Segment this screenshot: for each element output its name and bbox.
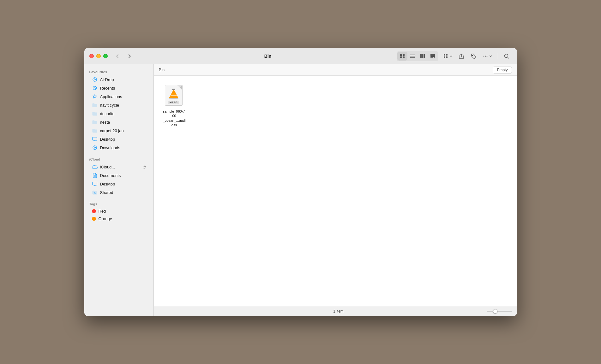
svg-rect-13: [434, 57, 435, 58]
svg-rect-33: [93, 182, 97, 185]
file-item-sample[interactable]: MPEG sample_960x400_ocean_...audio.ts: [160, 82, 189, 130]
search-button[interactable]: [501, 51, 512, 61]
svg-point-20: [485, 56, 486, 56]
tags-label: Tags: [84, 199, 153, 207]
decorite-label: decorite: [100, 111, 115, 116]
mpeg-label: MPEG: [168, 101, 179, 104]
desktop-label: Desktop: [100, 137, 115, 142]
svg-point-24: [93, 78, 97, 81]
favourites-label: Favourites: [84, 67, 153, 75]
sidebar-item-tag-red[interactable]: Red: [87, 208, 151, 215]
sidebar-item-decorite[interactable]: decorite: [87, 109, 151, 118]
sidebar-item-downloads[interactable]: Downloads: [87, 144, 151, 152]
svg-rect-27: [93, 137, 97, 140]
view-list-button[interactable]: [407, 52, 418, 61]
sidebar-item-icloud-desktop[interactable]: Desktop: [87, 180, 151, 188]
svg-point-25: [94, 79, 95, 79]
zoom-slider[interactable]: [487, 311, 512, 312]
sidebar-item-icloud-drive[interactable]: iCloud... ◔: [87, 163, 151, 171]
documents-icon: [92, 173, 98, 178]
svg-rect-7: [420, 54, 422, 58]
empty-button[interactable]: Empty: [493, 67, 512, 73]
icloud-drive-label: iCloud...: [100, 165, 115, 169]
applications-icon: [92, 94, 98, 99]
view-gallery-button[interactable]: [428, 52, 438, 61]
zoom-slider-area: [487, 311, 512, 312]
applications-label: Applications: [100, 94, 122, 99]
svg-rect-16: [444, 56, 445, 58]
sidebar-item-recents[interactable]: Recents: [87, 84, 151, 92]
sidebar-item-tag-orange[interactable]: Orange: [87, 215, 151, 222]
sidebar-item-applications[interactable]: Applications: [87, 92, 151, 101]
sidebar-item-documents[interactable]: Documents: [87, 171, 151, 179]
sidebar-item-desktop[interactable]: Desktop: [87, 135, 151, 143]
nesta-label: nesta: [100, 120, 110, 125]
tag-button[interactable]: [468, 51, 479, 61]
svg-rect-1: [403, 54, 405, 56]
icloud-spinner: ◔: [143, 165, 146, 169]
folder-icon-carpet: [92, 128, 98, 133]
airdrop-icon: [92, 77, 98, 82]
icloud-desktop-label: Desktop: [100, 182, 115, 186]
finder-window: Bin: [84, 48, 517, 316]
svg-rect-10: [430, 54, 435, 57]
svg-line-23: [508, 57, 509, 58]
view-icon-button[interactable]: [397, 52, 407, 61]
close-button[interactable]: [89, 54, 94, 58]
more-actions-button[interactable]: [480, 51, 495, 61]
svg-rect-14: [444, 54, 445, 56]
orange-tag-dot: [92, 217, 96, 221]
orange-tag-label: Orange: [99, 216, 112, 221]
mpeg-page: MPEG: [165, 85, 183, 106]
icloud-icon: [92, 164, 98, 170]
main-content: Favourites AirDrop: [84, 64, 517, 316]
sidebar-item-nesta[interactable]: nesta: [87, 118, 151, 126]
file-name: sample_960x400_ocean_...audio.ts: [163, 109, 186, 127]
file-icon-wrapper: MPEG: [163, 85, 186, 107]
minimize-button[interactable]: [96, 54, 101, 58]
havit-cycle-label: havit cycle: [100, 103, 119, 108]
file-area-header: Bin Empty: [154, 64, 517, 76]
toolbar-right: [397, 51, 512, 61]
recents-label: Recents: [100, 86, 115, 91]
sidebar-item-carpet-20-jan[interactable]: carpet 20 jan: [87, 126, 151, 135]
carpet-20-jan-label: carpet 20 jan: [100, 128, 124, 133]
traffic-lights: [89, 54, 108, 58]
svg-rect-0: [400, 54, 402, 56]
documents-label: Documents: [100, 173, 121, 178]
maximize-button[interactable]: [103, 54, 108, 58]
zoom-slider-thumb: [493, 309, 497, 314]
airdrop-label: AirDrop: [100, 77, 114, 82]
title-bar: Bin: [84, 48, 517, 64]
shared-label: Shared: [100, 190, 113, 195]
svg-rect-11: [430, 57, 432, 58]
downloads-label: Downloads: [100, 145, 120, 150]
forward-button[interactable]: [125, 52, 134, 60]
folder-icon-havit: [92, 102, 98, 108]
svg-rect-8: [422, 54, 423, 58]
red-tag-label: Red: [99, 209, 106, 214]
view-column-button[interactable]: [418, 52, 428, 61]
red-tag-dot: [92, 209, 96, 213]
svg-rect-15: [446, 54, 448, 56]
svg-rect-2: [400, 56, 402, 58]
status-bar: 1 item: [154, 306, 517, 316]
svg-point-18: [472, 55, 472, 56]
svg-rect-9: [424, 54, 425, 58]
sidebar-item-shared[interactable]: Shared: [87, 188, 151, 197]
svg-point-19: [483, 56, 484, 56]
svg-rect-3: [403, 56, 405, 58]
sidebar-item-havit-cycle[interactable]: havit cycle: [87, 101, 151, 109]
recents-icon: [92, 85, 98, 91]
location-label: Bin: [159, 68, 165, 72]
back-button[interactable]: [113, 52, 122, 60]
desktop-icon: [92, 136, 98, 142]
downloads-icon: [92, 145, 98, 150]
sort-button[interactable]: [441, 52, 455, 61]
nav-buttons: [113, 52, 134, 60]
sidebar: Favourites AirDrop: [84, 64, 154, 316]
sidebar-item-airdrop[interactable]: AirDrop: [87, 75, 151, 84]
share-button[interactable]: [456, 51, 467, 61]
files-grid: MPEG sample_960x400_ocean_...audio.ts: [154, 76, 517, 306]
svg-point-21: [486, 56, 487, 56]
